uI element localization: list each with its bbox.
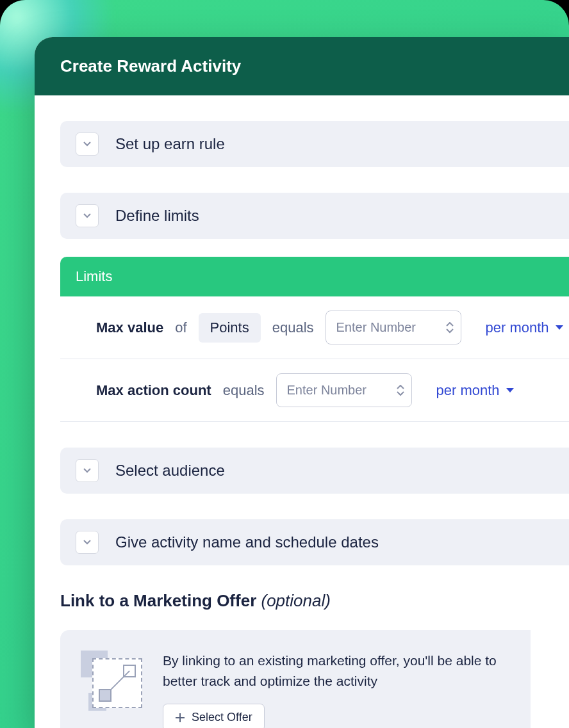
panel: Create Reward Activity Set up earn rule … xyxy=(35,37,569,728)
select-offer-button[interactable]: Select Offer xyxy=(163,704,265,728)
period-dropdown[interactable]: per month xyxy=(436,382,514,399)
max-value-label: Max value xyxy=(96,320,163,336)
accordion-define-limits[interactable]: Define limits xyxy=(60,193,569,239)
period-label: per month xyxy=(436,382,500,399)
chevron-down-icon xyxy=(506,388,514,393)
plus-icon xyxy=(175,713,185,723)
expand-toggle[interactable] xyxy=(76,531,99,554)
number-stepper[interactable] xyxy=(397,385,404,396)
of-text: of xyxy=(175,320,186,336)
chevron-down-icon xyxy=(397,391,404,396)
accordion-title: Define limits xyxy=(115,207,199,225)
max-action-input[interactable]: Enter Number xyxy=(276,373,412,407)
number-stepper[interactable] xyxy=(446,322,454,334)
accordion-title: Set up earn rule xyxy=(115,135,225,153)
max-action-label: Max action count xyxy=(96,382,211,399)
offer-description: By linking to an existing marketing offe… xyxy=(163,651,510,691)
accordion-title: Give activity name and schedule dates xyxy=(115,533,379,551)
equals-text: equals xyxy=(272,320,314,336)
limit-max-action-row: Max action count equals Enter Number per… xyxy=(60,359,569,422)
accordion-schedule[interactable]: Give activity name and schedule dates xyxy=(60,519,569,565)
expand-toggle[interactable] xyxy=(76,459,99,482)
period-dropdown[interactable]: per month xyxy=(486,320,563,336)
chevron-down-icon xyxy=(446,328,454,334)
chevron-up-icon xyxy=(446,322,454,327)
chevron-down-icon xyxy=(83,142,91,147)
chevron-up-icon xyxy=(397,385,404,390)
link-offer-icon xyxy=(81,651,142,712)
title-optional: (optional) xyxy=(261,591,331,610)
marketing-offer-box: By linking to an existing marketing offe… xyxy=(60,630,531,728)
limit-max-value-row: Max value of Points equals Enter Number … xyxy=(60,296,569,359)
expand-toggle[interactable] xyxy=(76,133,99,156)
title-main: Link to a Marketing Offer xyxy=(60,591,261,610)
page-title: Create Reward Activity xyxy=(35,37,569,95)
equals-text: equals xyxy=(223,382,265,399)
accordion-earn-rule[interactable]: Set up earn rule xyxy=(60,121,569,167)
chevron-down-icon xyxy=(83,213,91,218)
select-offer-label: Select Offer xyxy=(192,711,252,724)
chevron-down-icon xyxy=(83,468,91,473)
limits-section: Limits Max value of Points equals Enter … xyxy=(60,257,569,422)
expand-toggle[interactable] xyxy=(76,204,99,227)
chevron-down-icon xyxy=(556,325,563,330)
points-chip[interactable]: Points xyxy=(199,313,261,343)
accordion-title: Select audience xyxy=(115,462,225,480)
max-value-input[interactable]: Enter Number xyxy=(326,311,461,344)
accordion-select-audience[interactable]: Select audience xyxy=(60,448,569,494)
chevron-down-icon xyxy=(83,540,91,545)
period-label: per month xyxy=(486,320,549,336)
limits-header: Limits xyxy=(60,257,569,296)
marketing-offer-title: Link to a Marketing Offer (optional) xyxy=(60,591,569,611)
